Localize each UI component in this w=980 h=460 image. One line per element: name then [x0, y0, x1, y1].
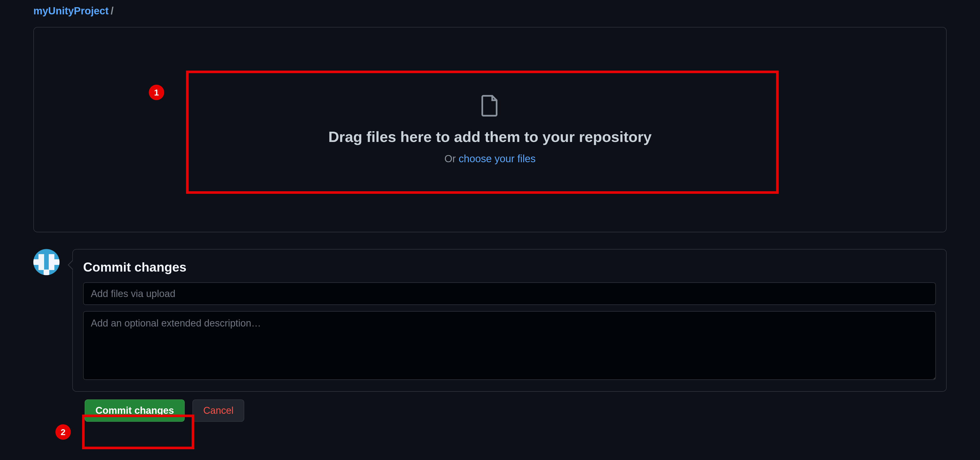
- cancel-button[interactable]: Cancel: [192, 399, 244, 422]
- commit-heading: Commit changes: [83, 260, 936, 275]
- commit-summary-input[interactable]: [83, 283, 936, 305]
- drag-files-heading: Drag files here to add them to your repo…: [328, 128, 652, 145]
- choose-files-link[interactable]: choose your files: [459, 153, 536, 164]
- commit-form: Commit changes: [72, 249, 947, 392]
- breadcrumb: myUnityProject /: [33, 5, 947, 17]
- upload-dropzone[interactable]: Drag files here to add them to your repo…: [33, 27, 947, 232]
- breadcrumb-separator: /: [111, 5, 113, 17]
- repo-link[interactable]: myUnityProject: [33, 5, 108, 17]
- file-icon: [481, 95, 499, 118]
- commit-description-input[interactable]: [83, 311, 936, 380]
- or-choose-line: Or choose your files: [444, 153, 536, 165]
- commit-changes-button[interactable]: Commit changes: [85, 399, 185, 422]
- avatar: [33, 249, 59, 275]
- or-text: Or: [444, 153, 459, 164]
